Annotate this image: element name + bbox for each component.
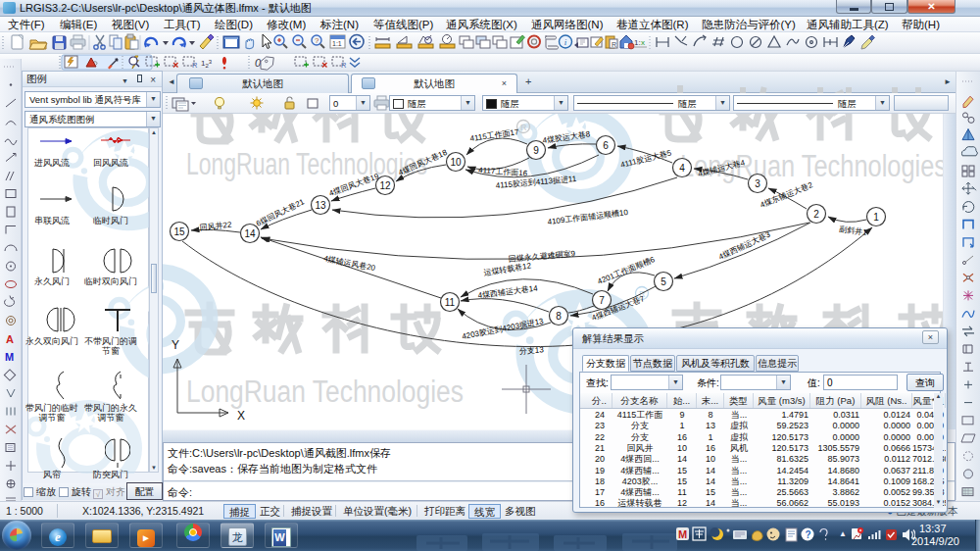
svg-text:14: 14 (244, 228, 256, 239)
svg-text:10: 10 (450, 157, 462, 168)
svg-text:M: M (678, 528, 687, 540)
svg-text:R: R (612, 41, 616, 48)
svg-text:X: X (237, 409, 245, 423)
svg-text:6煤回风大巷21: 6煤回风大巷21 (255, 197, 306, 228)
svg-text:4201工作面顺槽6: 4201工作面顺槽6 (596, 255, 657, 286)
svg-text:3: 3 (755, 178, 760, 189)
svg-text:2: 2 (813, 209, 819, 220)
svg-text:4煤辅运风巷20: 4煤辅运风巷20 (323, 254, 377, 273)
svg-text:1:1: 1:1 (332, 40, 342, 47)
svg-text:R: R (520, 123, 527, 132)
svg-text:R: R (341, 61, 347, 70)
svg-text:x: x (641, 38, 645, 47)
svg-text:1: 1 (873, 212, 879, 223)
svg-text:7: 7 (599, 295, 605, 306)
svg-text:?: ? (806, 529, 811, 540)
svg-text:8: 8 (556, 311, 562, 322)
svg-text:副斜井1: 副斜井1 (839, 225, 868, 237)
svg-text:运煤转载巷12: 运煤转载巷12 (483, 261, 532, 277)
svg-text:4117工作面16: 4117工作面16 (478, 166, 528, 178)
svg-text:Y: Y (172, 338, 179, 352)
svg-text:5: 5 (661, 276, 666, 287)
svg-text:1:: 1: (634, 38, 641, 47)
svg-text:4煤西辅运大巷14: 4煤西辅运大巷14 (477, 284, 539, 300)
svg-text:LongRuan Technologies: LongRuan Technologies (186, 147, 427, 181)
svg-text:A: A (6, 333, 14, 345)
svg-text:123: 123 (201, 59, 213, 69)
svg-text:13: 13 (315, 200, 326, 211)
svg-text:LongRuan Technologies: LongRuan Technologies (186, 375, 464, 409)
svg-text:4115工作面17: 4115工作面17 (469, 127, 519, 143)
svg-text:9: 9 (533, 145, 539, 156)
svg-text:4: 4 (679, 163, 685, 174)
svg-text:R: R (192, 61, 198, 70)
svg-text:12: 12 (379, 180, 391, 191)
svg-text:?: ? (315, 36, 319, 45)
svg-text:回煤永久避难硐室9: 回煤永久避难硐室9 (508, 249, 576, 264)
svg-text:6: 6 (603, 140, 609, 151)
svg-text:分支13: 分支13 (519, 345, 545, 356)
svg-text:11: 11 (445, 297, 456, 308)
svg-text:4109工作面辅运顺槽10: 4109工作面辅运顺槽10 (547, 208, 629, 226)
svg-text:15: 15 (173, 226, 185, 237)
svg-text:M: M (5, 351, 14, 363)
